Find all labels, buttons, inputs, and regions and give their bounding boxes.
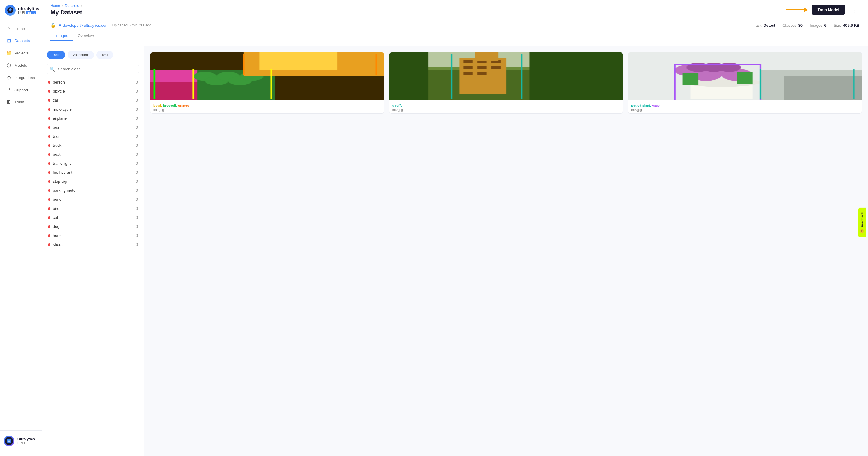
- class-row[interactable]: train 0: [47, 132, 139, 141]
- sidebar-item-datasets[interactable]: ⊞ Datasets: [2, 35, 39, 47]
- class-count: 0: [136, 170, 138, 175]
- user-badge: developer@ultralytics.com: [59, 23, 109, 28]
- image-tag: bowl,: [153, 104, 162, 107]
- svg-point-3: [8, 440, 10, 441]
- class-count: 0: [136, 152, 138, 156]
- sidebar-item-projects[interactable]: 📁 Projects: [2, 47, 39, 59]
- class-count: 0: [136, 80, 138, 84]
- tab-test[interactable]: Test: [96, 51, 113, 59]
- class-row[interactable]: parking meter 0: [47, 186, 139, 195]
- user-email: developer@ultralytics.com: [63, 23, 109, 28]
- class-row[interactable]: traffic light 0: [47, 159, 139, 168]
- sidebar-item-label: Support: [14, 88, 28, 92]
- sidebar-item-integrations[interactable]: ⊕ Integrations: [2, 72, 39, 84]
- class-list: person 0 bicycle 0 car 0 motorcycle 0: [47, 78, 139, 249]
- class-row[interactable]: airplane 0: [47, 114, 139, 123]
- class-row[interactable]: bird 0: [47, 204, 139, 213]
- sidebar-item-label: Home: [14, 26, 25, 31]
- class-left: traffic light: [48, 161, 70, 166]
- class-left: bird: [48, 206, 59, 211]
- beta-badge: BETA: [26, 11, 36, 15]
- class-dot: [48, 180, 51, 183]
- class-row[interactable]: stop sign 0: [47, 177, 139, 186]
- class-row[interactable]: truck 0: [47, 141, 139, 150]
- class-dot: [48, 198, 51, 201]
- tab-overview[interactable]: Overview: [73, 31, 99, 41]
- class-dot: [48, 135, 51, 138]
- size-label: Size: [834, 23, 841, 28]
- class-dot: [48, 225, 51, 228]
- class-name: horse: [53, 233, 63, 238]
- integrations-icon: ⊕: [6, 75, 11, 81]
- sidebar-logo: ultralytics HUB BETA: [0, 5, 42, 23]
- image-tag: broccoli,: [163, 104, 177, 107]
- class-row[interactable]: motorcycle 0: [47, 105, 139, 114]
- class-row[interactable]: bus 0: [47, 123, 139, 132]
- class-row[interactable]: car 0: [47, 96, 139, 105]
- class-row[interactable]: bicycle 0: [47, 87, 139, 96]
- class-left: train: [48, 134, 60, 139]
- sidebar-item-support[interactable]: ? Support: [2, 84, 39, 95]
- class-row[interactable]: sheep 0: [47, 240, 139, 249]
- class-dot: [48, 217, 51, 219]
- sidebar: ultralytics HUB BETA ⌂ Home ⊞ Datasets 📁…: [0, 0, 42, 456]
- feedback-tab[interactable]: 😊 Feedback: [858, 208, 866, 237]
- tab-train[interactable]: Train: [47, 51, 65, 59]
- feedback-label: Feedback: [861, 212, 864, 227]
- class-row[interactable]: cat 0: [47, 213, 139, 222]
- class-name: person: [53, 80, 65, 84]
- class-dot: [48, 117, 51, 120]
- class-left: parking meter: [48, 188, 76, 193]
- sidebar-item-trash[interactable]: 🗑 Trash: [2, 96, 39, 108]
- class-count: 0: [136, 224, 138, 229]
- task-value: Detect: [763, 23, 775, 28]
- class-dot: [48, 144, 51, 147]
- breadcrumb-home[interactable]: Home: [51, 4, 60, 8]
- image-card[interactable]: potted plant, vaseim3.jpg: [628, 52, 862, 114]
- image-tags: potted plant, vase: [631, 104, 859, 107]
- image-label-row: potted plant, vaseim3.jpg: [628, 101, 862, 113]
- class-row[interactable]: boat 0: [47, 150, 139, 159]
- sidebar-footer: Ultralytics FREE: [0, 430, 42, 451]
- class-dot: [48, 171, 51, 174]
- class-row[interactable]: bench 0: [47, 195, 139, 204]
- logo-icon: [5, 5, 16, 16]
- class-dot: [48, 153, 51, 156]
- search-input[interactable]: [47, 64, 139, 74]
- home-icon: ⌂: [6, 26, 11, 31]
- class-row[interactable]: horse 0: [47, 231, 139, 240]
- class-dot: [48, 189, 51, 192]
- image-tag: orange: [178, 104, 189, 107]
- class-count: 0: [136, 116, 138, 120]
- class-row[interactable]: person 0: [47, 78, 139, 87]
- image-card[interactable]: bowl, broccoli, orangeim1.jpg: [150, 52, 384, 114]
- class-left: dog: [48, 224, 59, 229]
- class-dot: [48, 108, 51, 111]
- more-options-button[interactable]: ⋮: [849, 5, 860, 15]
- user-name: Ultralytics: [18, 437, 35, 441]
- train-model-button[interactable]: Train Model: [811, 4, 845, 15]
- class-count: 0: [136, 233, 138, 238]
- tab-validation[interactable]: Validation: [67, 51, 94, 59]
- class-left: stop sign: [48, 179, 68, 184]
- arrow-indicator: [786, 8, 808, 12]
- class-row[interactable]: fire hydrant 0: [47, 168, 139, 177]
- image-thumbnail: [150, 52, 384, 101]
- tab-images[interactable]: Images: [51, 31, 73, 41]
- sidebar-item-models[interactable]: ⬡ Models: [2, 59, 39, 71]
- class-dot: [48, 81, 51, 84]
- size-value: 405.6 KB: [843, 23, 860, 28]
- sidebar-item-home[interactable]: ⌂ Home: [2, 23, 39, 34]
- class-name: boat: [53, 152, 60, 156]
- class-name: dog: [53, 224, 59, 229]
- content-area: Train Validation Test 🔍 person 0: [42, 46, 868, 456]
- image-tags: giraffe: [393, 104, 620, 107]
- breadcrumb-datasets[interactable]: Datasets: [65, 4, 79, 8]
- lock-icon: 🔒: [51, 23, 56, 28]
- image-card[interactable]: giraffeim2.jpg: [389, 52, 623, 114]
- class-dot: [48, 162, 51, 165]
- class-left: boat: [48, 152, 60, 156]
- image-filename: im2.jpg: [393, 108, 620, 112]
- class-row[interactable]: dog 0: [47, 222, 139, 231]
- feedback-icon: 😊: [860, 229, 864, 233]
